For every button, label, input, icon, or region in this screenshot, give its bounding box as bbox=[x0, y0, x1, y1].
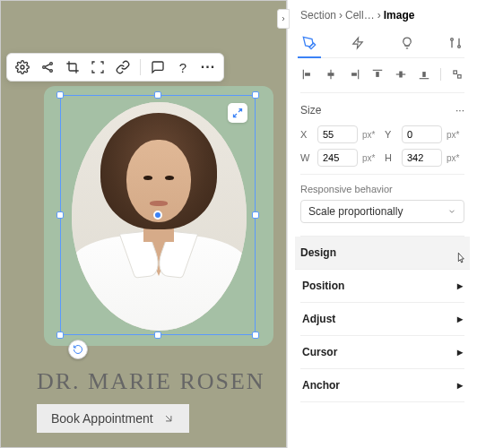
resize-handle[interactable] bbox=[154, 91, 161, 99]
responsive-label: Responsive behavior bbox=[300, 184, 464, 194]
responsive-value: Scale proportionally bbox=[308, 205, 403, 218]
breadcrumb-image[interactable]: Image bbox=[384, 9, 415, 22]
size-label: Size bbox=[300, 104, 321, 116]
y-label: Y bbox=[385, 129, 397, 140]
svg-rect-11 bbox=[305, 73, 310, 76]
resize-handle[interactable] bbox=[252, 91, 259, 99]
responsive-select[interactable]: Scale proportionally bbox=[300, 200, 464, 223]
resize-handle[interactable] bbox=[56, 91, 64, 99]
svg-rect-20 bbox=[420, 78, 429, 79]
align-right-icon[interactable] bbox=[347, 67, 361, 82]
chevron-right-icon: ▸ bbox=[457, 280, 463, 292]
accordion-cursor[interactable]: Cursor ▸ bbox=[300, 336, 464, 369]
x-input[interactable] bbox=[317, 125, 358, 143]
svg-point-3 bbox=[50, 70, 53, 73]
more-icon[interactable]: ··· bbox=[455, 104, 464, 116]
accordion-label: Adjust bbox=[302, 313, 335, 325]
svg-line-6 bbox=[166, 416, 171, 421]
svg-rect-23 bbox=[458, 75, 461, 79]
element-toolbar: ? ··· bbox=[6, 53, 224, 82]
svg-rect-22 bbox=[454, 71, 457, 74]
svg-point-2 bbox=[50, 63, 53, 65]
align-center-h-icon[interactable] bbox=[324, 67, 338, 82]
link-icon[interactable] bbox=[115, 59, 131, 75]
svg-point-9 bbox=[458, 46, 461, 48]
focus-icon[interactable] bbox=[90, 59, 106, 75]
svg-rect-13 bbox=[328, 73, 334, 76]
svg-marker-7 bbox=[353, 38, 363, 48]
accordion-position[interactable]: Position ▸ bbox=[300, 270, 464, 303]
svg-line-5 bbox=[45, 68, 49, 71]
canvas-area[interactable]: ? ··· bbox=[0, 0, 287, 448]
align-left-icon[interactable] bbox=[300, 67, 315, 82]
breadcrumb-cell[interactable]: Cell… bbox=[345, 9, 375, 22]
tab-bolt-icon[interactable] bbox=[349, 34, 367, 52]
chevron-right-icon: ▸ bbox=[457, 346, 463, 358]
resize-handle[interactable] bbox=[252, 211, 259, 219]
accordion-label: Cursor bbox=[302, 346, 337, 358]
resize-handle[interactable] bbox=[56, 332, 64, 339]
svg-rect-16 bbox=[373, 70, 383, 71]
more-icon[interactable]: ··· bbox=[200, 59, 216, 75]
x-unit[interactable]: px* bbox=[362, 130, 380, 140]
cta-button[interactable]: Book Appointment bbox=[37, 404, 189, 433]
help-icon[interactable]: ? bbox=[175, 59, 191, 75]
rotate-handle[interactable] bbox=[68, 340, 88, 359]
svg-rect-10 bbox=[303, 70, 304, 80]
svg-point-0 bbox=[21, 65, 24, 69]
align-row bbox=[300, 67, 464, 93]
animation-icon[interactable] bbox=[39, 59, 56, 75]
svg-rect-21 bbox=[422, 72, 426, 77]
tab-design-icon[interactable] bbox=[300, 34, 318, 52]
y-unit[interactable]: px* bbox=[447, 130, 464, 140]
h-input[interactable] bbox=[402, 149, 442, 167]
accordion-adjust[interactable]: Adjust ▸ bbox=[300, 303, 464, 336]
svg-point-1 bbox=[43, 66, 46, 69]
tab-settings-icon[interactable] bbox=[447, 34, 464, 52]
gear-icon[interactable] bbox=[14, 59, 30, 75]
svg-point-8 bbox=[451, 39, 454, 41]
chevron-right-icon: ▸ bbox=[457, 313, 463, 325]
w-label: W bbox=[300, 152, 313, 163]
tab-bulb-icon[interactable] bbox=[398, 34, 416, 52]
h-label: H bbox=[385, 152, 397, 163]
heading-text[interactable]: DR. MARIE ROSEN bbox=[37, 368, 265, 395]
expand-icon[interactable] bbox=[228, 103, 247, 123]
align-middle-icon[interactable] bbox=[394, 67, 408, 82]
w-unit[interactable]: px* bbox=[362, 153, 380, 163]
h-unit[interactable]: px* bbox=[447, 153, 464, 163]
svg-rect-15 bbox=[351, 73, 357, 76]
accordion-label: Anchor bbox=[302, 379, 340, 392]
chevron-down-icon bbox=[447, 207, 456, 216]
accordion-label: Position bbox=[302, 280, 344, 292]
align-bottom-icon[interactable] bbox=[417, 67, 431, 82]
svg-rect-19 bbox=[399, 72, 403, 78]
resize-handle[interactable] bbox=[252, 332, 259, 339]
collapse-panel-icon[interactable] bbox=[277, 9, 290, 29]
cta-label: Book Appointment bbox=[51, 411, 153, 426]
resize-handle[interactable] bbox=[154, 332, 161, 339]
inspector-tabs bbox=[300, 34, 464, 58]
x-label: X bbox=[300, 129, 313, 140]
align-top-icon[interactable] bbox=[370, 67, 385, 82]
comment-icon[interactable] bbox=[150, 59, 166, 75]
svg-rect-14 bbox=[358, 70, 359, 80]
accordion-design[interactable]: Design bbox=[295, 237, 470, 270]
y-input[interactable] bbox=[402, 125, 442, 143]
breadcrumb[interactable]: Section›Cell…›Image bbox=[300, 9, 464, 22]
center-handle[interactable] bbox=[153, 211, 162, 220]
distribute-icon[interactable] bbox=[450, 67, 464, 82]
accordion-anchor[interactable]: Anchor ▸ bbox=[300, 369, 464, 402]
w-input[interactable] bbox=[317, 149, 358, 167]
inspector-panel: Section›Cell…›Image Size ··· X px* Y px*… bbox=[287, 0, 477, 448]
accordion-label: Design bbox=[300, 246, 336, 259]
crop-icon[interactable] bbox=[65, 59, 81, 75]
svg-rect-17 bbox=[376, 72, 379, 77]
svg-line-4 bbox=[45, 65, 49, 67]
selection-box[interactable] bbox=[60, 95, 256, 335]
arrow-icon bbox=[162, 412, 175, 425]
resize-handle[interactable] bbox=[56, 211, 64, 219]
breadcrumb-section[interactable]: Section bbox=[300, 9, 336, 22]
chevron-right-icon: ▸ bbox=[457, 379, 463, 392]
